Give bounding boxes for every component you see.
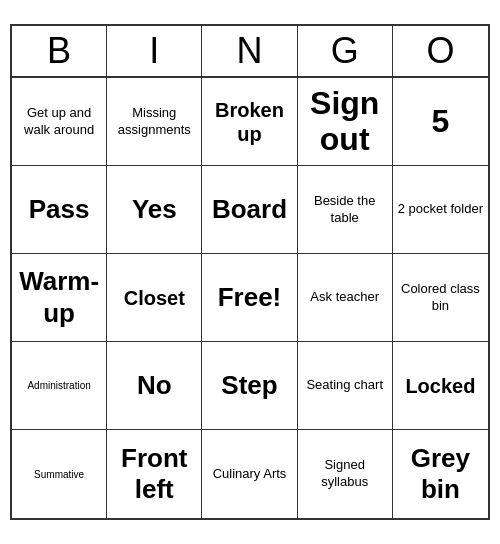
- bingo-cell: Ask teacher: [298, 254, 393, 342]
- bingo-cell: Free!: [202, 254, 297, 342]
- bingo-card: BINGO Get up and walk aroundMissing assi…: [10, 24, 490, 520]
- header-letter: G: [298, 26, 393, 76]
- bingo-cell: Broken up: [202, 78, 297, 166]
- bingo-cell: Beside the table: [298, 166, 393, 254]
- cell-text: Warm-up: [16, 266, 102, 328]
- cell-text: 2 pocket folder: [398, 201, 483, 218]
- bingo-cell: Summative: [12, 430, 107, 518]
- cell-text: Seating chart: [306, 377, 383, 394]
- header-letter: O: [393, 26, 488, 76]
- header-letter: B: [12, 26, 107, 76]
- header-letter: I: [107, 26, 202, 76]
- cell-text: Grey bin: [397, 443, 484, 505]
- bingo-cell: Yes: [107, 166, 202, 254]
- cell-text: Board: [212, 194, 287, 225]
- cell-text: Beside the table: [302, 193, 388, 227]
- bingo-cell: Locked: [393, 342, 488, 430]
- bingo-cell: Closet: [107, 254, 202, 342]
- bingo-cell: No: [107, 342, 202, 430]
- cell-text: Signed syllabus: [302, 457, 388, 491]
- cell-text: Missing assignments: [111, 105, 197, 139]
- header-letter: N: [202, 26, 297, 76]
- bingo-cell: Step: [202, 342, 297, 430]
- cell-text: Front left: [111, 443, 197, 505]
- cell-text: Get up and walk around: [16, 105, 102, 139]
- bingo-cell: Warm-up: [12, 254, 107, 342]
- bingo-cell: Grey bin: [393, 430, 488, 518]
- cell-text: Pass: [29, 194, 90, 225]
- cell-text: Summative: [34, 468, 84, 481]
- cell-text: Ask teacher: [310, 289, 379, 306]
- cell-text: Culinary Arts: [213, 466, 287, 483]
- bingo-cell: Culinary Arts: [202, 430, 297, 518]
- cell-text: Step: [221, 370, 277, 401]
- bingo-cell: 5: [393, 78, 488, 166]
- cell-text: Closet: [124, 286, 185, 310]
- bingo-cell: Front left: [107, 430, 202, 518]
- bingo-cell: Colored class bin: [393, 254, 488, 342]
- bingo-cell: Missing assignments: [107, 78, 202, 166]
- cell-text: Locked: [405, 374, 475, 398]
- bingo-grid: Get up and walk aroundMissing assignment…: [12, 78, 488, 518]
- cell-text: Administration: [27, 379, 90, 392]
- cell-text: Colored class bin: [397, 281, 484, 315]
- cell-text: 5: [431, 104, 449, 139]
- bingo-cell: Seating chart: [298, 342, 393, 430]
- bingo-cell: 2 pocket folder: [393, 166, 488, 254]
- cell-text: Sign out: [302, 86, 388, 156]
- bingo-cell: Pass: [12, 166, 107, 254]
- cell-text: Free!: [218, 282, 282, 313]
- bingo-cell: Board: [202, 166, 297, 254]
- bingo-cell: Get up and walk around: [12, 78, 107, 166]
- bingo-cell: Signed syllabus: [298, 430, 393, 518]
- cell-text: No: [137, 370, 172, 401]
- bingo-cell: Administration: [12, 342, 107, 430]
- bingo-cell: Sign out: [298, 78, 393, 166]
- cell-text: Yes: [132, 194, 177, 225]
- cell-text: Broken up: [206, 98, 292, 146]
- bingo-header: BINGO: [12, 26, 488, 78]
